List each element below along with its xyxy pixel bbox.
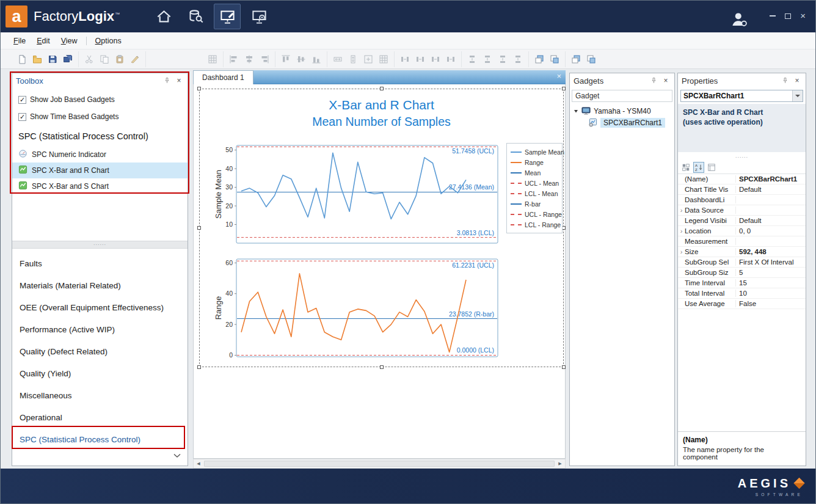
category-operational[interactable]: Operational xyxy=(12,406,188,428)
size-to-grid-icon[interactable] xyxy=(377,53,390,66)
resize-handle-top-left[interactable] xyxy=(197,87,201,90)
pin-icon[interactable] xyxy=(780,76,790,86)
tree-node-machine[interactable]: Yamaha - YSM40 xyxy=(570,105,674,117)
resize-handle-bottom[interactable] xyxy=(380,365,384,369)
tab-dashboard-1[interactable]: Dashboard 1 xyxy=(193,70,253,84)
snap-to-grid-icon[interactable] xyxy=(206,53,219,66)
scroll-left-icon[interactable]: ◀ xyxy=(194,459,203,468)
property-value[interactable]: 0, 0 xyxy=(736,227,806,235)
close-panel-icon[interactable]: × xyxy=(792,76,802,86)
scroll-right-icon[interactable]: ▶ xyxy=(555,459,565,468)
property-value[interactable]: False xyxy=(736,300,806,307)
sort-alphabetical-icon[interactable]: AZ xyxy=(693,162,704,173)
cut-icon[interactable] xyxy=(82,53,96,66)
property-row-data-source[interactable]: ›Data Source xyxy=(678,205,806,216)
category-performance-active-wip[interactable]: Performance (Active WIP) xyxy=(12,318,188,340)
remove-vertical-spacing-icon[interactable] xyxy=(511,53,525,66)
copy-icon[interactable] xyxy=(98,53,111,66)
property-pages-icon[interactable] xyxy=(706,162,717,173)
property-row-name[interactable]: (Name)SPCXBarRChart1 xyxy=(678,174,806,184)
increase-horizontal-spacing-icon[interactable] xyxy=(413,53,427,66)
align-center-icon[interactable] xyxy=(242,53,256,66)
property-row-time-interval[interactable]: Time Interval15 xyxy=(678,278,806,288)
format-painter-icon[interactable] xyxy=(128,53,142,66)
remove-horizontal-spacing-icon[interactable] xyxy=(444,53,457,66)
property-row-subgroup-sel[interactable]: SubGroup SelFirst X Of Interval xyxy=(678,257,806,268)
increase-vertical-spacing-icon[interactable] xyxy=(481,53,494,66)
property-value[interactable]: 5 xyxy=(736,269,806,276)
align-left-icon[interactable] xyxy=(227,53,241,66)
new-file-icon[interactable] xyxy=(15,53,29,66)
make-same-width-icon[interactable] xyxy=(331,53,344,66)
property-value[interactable]: 10 xyxy=(736,290,806,297)
property-row-chart-title-vis[interactable]: Chart Title VisDefault xyxy=(678,184,806,195)
property-row-dashboardli[interactable]: DashboardLi xyxy=(678,195,806,205)
property-value[interactable]: 15 xyxy=(736,279,806,287)
bring-to-front-icon[interactable] xyxy=(533,53,546,66)
splitter-handle[interactable]: ...... xyxy=(12,241,188,249)
category-miscellaneous[interactable]: Miscellaneous xyxy=(12,384,188,406)
decrease-vertical-spacing-icon[interactable] xyxy=(496,53,509,66)
property-value[interactable]: 592, 448 xyxy=(736,248,806,255)
property-row-location[interactable]: ›Location0, 0 xyxy=(678,226,806,236)
property-row-use-average[interactable]: Use AverageFalse xyxy=(678,299,806,309)
property-row-subgroup-siz[interactable]: SubGroup Siz5 xyxy=(678,268,806,278)
resize-handle-left[interactable] xyxy=(197,226,201,230)
make-same-size-icon[interactable] xyxy=(362,53,375,66)
align-middle-icon[interactable] xyxy=(294,53,308,66)
category-oee-overall-equipment-effectiveness[interactable]: OEE (Overall Equipment Effectiveness) xyxy=(12,296,188,318)
tree-node-gadget[interactable]: SPCXBarRChart1 xyxy=(570,117,674,128)
resize-handle-bottom-left[interactable] xyxy=(197,365,201,369)
minimize-icon[interactable] xyxy=(770,15,776,16)
make-vertical-spacing-equal-icon[interactable] xyxy=(465,53,479,66)
menu-file[interactable]: File xyxy=(8,34,31,48)
property-value[interactable]: Default xyxy=(736,217,806,224)
close-panel-icon[interactable]: × xyxy=(661,76,671,86)
home-icon[interactable] xyxy=(150,4,177,29)
data-search-icon[interactable] xyxy=(182,4,209,29)
expand-chevron-icon[interactable]: › xyxy=(678,206,685,214)
menu-options[interactable]: Options xyxy=(90,34,127,48)
category-quality-defect-related[interactable]: Quality (Defect Related) xyxy=(12,340,188,362)
resize-handle-bottom-right[interactable] xyxy=(562,365,566,369)
send-to-back-icon[interactable] xyxy=(548,53,561,66)
splitter-handle[interactable]: ...... xyxy=(678,152,806,161)
design-canvas[interactable]: X-Bar and R Chart Mean Number of Samples… xyxy=(193,84,566,459)
dropdown-arrow-icon[interactable] xyxy=(792,90,803,101)
spc-xbar-r-chart-gadget[interactable]: X-Bar and R Chart Mean Number of Samples… xyxy=(199,89,564,367)
expand-chevron-icon[interactable]: › xyxy=(678,227,685,235)
user-account-icon[interactable] xyxy=(729,10,749,31)
close-tab-icon[interactable]: × xyxy=(556,72,561,80)
decrease-horizontal-spacing-icon[interactable] xyxy=(429,53,442,66)
ungroup-icon[interactable] xyxy=(585,53,598,66)
horizontal-scrollbar[interactable]: ◀ ▶ xyxy=(193,459,566,469)
scrollbar-thumb[interactable] xyxy=(204,461,555,467)
property-value[interactable]: SPCXBarRChart1 xyxy=(736,175,806,183)
chevron-down-icon[interactable] xyxy=(173,450,181,461)
open-file-icon[interactable] xyxy=(31,53,44,66)
dashboard-designer-icon[interactable] xyxy=(214,4,241,29)
menu-edit[interactable]: Edit xyxy=(31,34,56,48)
save-icon[interactable] xyxy=(46,53,59,66)
property-row-legend-visibi[interactable]: Legend VisibiDefault xyxy=(678,216,806,226)
process-settings-icon[interactable] xyxy=(246,4,272,29)
property-value[interactable]: Default xyxy=(736,186,806,193)
property-row-total-interval[interactable]: Total Interval10 xyxy=(678,288,806,299)
close-window-icon[interactable]: × xyxy=(800,13,806,19)
make-horizontal-spacing-equal-icon[interactable] xyxy=(398,53,412,66)
property-value[interactable]: First X Of Interval xyxy=(736,258,806,266)
maximize-icon[interactable] xyxy=(785,13,791,19)
resize-handle-top[interactable] xyxy=(380,87,384,90)
component-selector[interactable]: SPCXBarRChart1 xyxy=(680,90,803,102)
group-icon[interactable] xyxy=(569,53,583,66)
pin-icon[interactable] xyxy=(649,76,658,86)
save-all-icon[interactable] xyxy=(61,53,75,66)
align-right-icon[interactable] xyxy=(258,53,271,66)
property-row-size[interactable]: ›Size592, 448 xyxy=(678,247,806,257)
property-row-measurement[interactable]: Measurement xyxy=(678,236,806,247)
resize-handle-top-right[interactable] xyxy=(562,87,566,90)
category-faults[interactable]: Faults xyxy=(12,252,188,274)
make-same-height-icon[interactable] xyxy=(346,53,360,66)
menu-view[interactable]: View xyxy=(56,34,83,48)
expand-chevron-icon[interactable]: › xyxy=(678,248,685,255)
